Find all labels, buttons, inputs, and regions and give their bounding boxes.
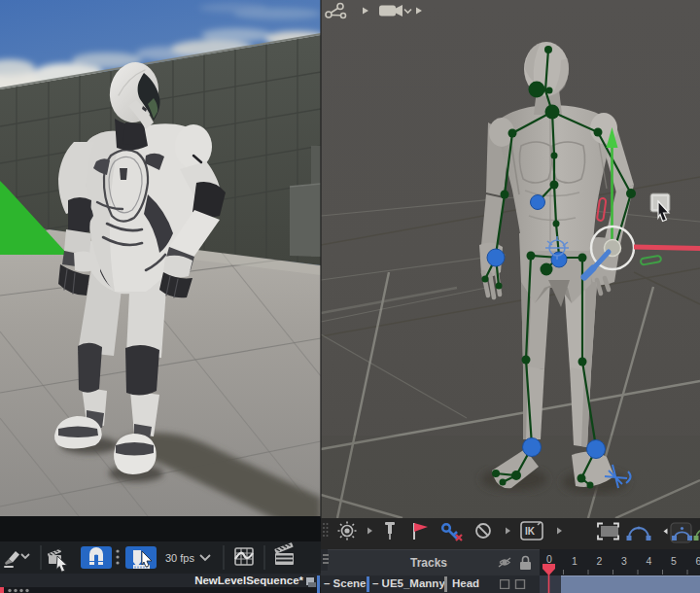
svg-text:6: 6 [696, 555, 700, 567]
svg-text:5: 5 [671, 555, 677, 567]
svg-text:1: 1 [572, 555, 578, 567]
svg-text:30 fps: 30 fps [165, 552, 194, 564]
svg-text:IK: IK [525, 526, 536, 537]
svg-text:4: 4 [647, 555, 652, 567]
svg-text:2: 2 [597, 555, 603, 567]
svg-text:3: 3 [621, 555, 627, 567]
